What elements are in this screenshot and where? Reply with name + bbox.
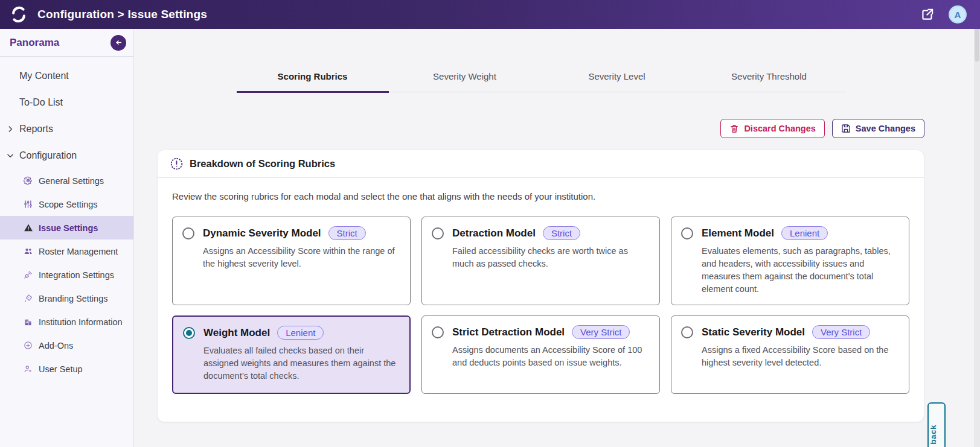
radio-button-selected[interactable] bbox=[183, 327, 195, 339]
discard-changes-button[interactable]: Discard Changes bbox=[720, 119, 824, 138]
radio-button[interactable] bbox=[432, 227, 444, 239]
panel-title: Breakdown of Scoring Rubrics bbox=[190, 158, 335, 170]
model-description: Assigns an Accessibility Score within th… bbox=[203, 245, 400, 270]
sidebar-item-label: Scope Settings bbox=[39, 200, 98, 209]
sidebar-item-general-settings[interactable]: General Settings bbox=[0, 169, 133, 192]
sidebar-item-branding-settings[interactable]: Branding Settings bbox=[0, 287, 133, 310]
radio-button[interactable] bbox=[681, 326, 693, 338]
save-changes-button[interactable]: Save Changes bbox=[832, 119, 924, 138]
sidebar-item-integration-settings[interactable]: Integration Settings bbox=[0, 263, 133, 287]
save-changes-label: Save Changes bbox=[856, 124, 915, 133]
model-card-dynamic-severity[interactable]: Dynamic Severity Model Strict Assigns an… bbox=[172, 217, 411, 305]
chevron-right-icon bbox=[6, 125, 14, 133]
model-description: Assigns a fixed Accessibility Score base… bbox=[702, 344, 899, 369]
user-gear-icon bbox=[23, 364, 33, 373]
sidebar-item-add-ons[interactable]: Add-Ons bbox=[0, 334, 133, 357]
model-name: Element Model bbox=[702, 227, 774, 239]
model-card-detraction[interactable]: Detraction Model Strict Failed accessibi… bbox=[421, 217, 660, 305]
feedback-tab-label: back bbox=[929, 425, 938, 445]
strictness-badge: Strict bbox=[328, 226, 366, 240]
sidebar-item-label: General Settings bbox=[39, 176, 104, 186]
user-avatar[interactable]: A bbox=[949, 5, 967, 24]
sidebar-collapse-button[interactable] bbox=[110, 35, 126, 51]
sidebar-item-label: Configuration bbox=[19, 150, 77, 161]
users-icon bbox=[23, 247, 33, 256]
model-description: Failed accessibility checks are worth tw… bbox=[452, 245, 650, 270]
sidebar-item-label: My Content bbox=[19, 71, 69, 81]
sliders-icon bbox=[23, 200, 33, 209]
sidebar-brand: Panorama bbox=[10, 37, 59, 49]
sidebar: Panorama My Content To-Do List Reports C… bbox=[0, 29, 134, 447]
warning-triangle-icon bbox=[23, 223, 33, 232]
model-card-weight[interactable]: Weight Model Lenient Evaluates all faile… bbox=[172, 315, 411, 394]
sidebar-item-institution-information[interactable]: Institution Information bbox=[0, 310, 133, 334]
radio-button[interactable] bbox=[681, 227, 693, 239]
model-name: Weight Model bbox=[203, 327, 270, 339]
external-link-icon[interactable] bbox=[920, 7, 935, 22]
strictness-badge: Strict bbox=[543, 226, 580, 240]
building-icon bbox=[23, 317, 33, 326]
model-description: Evaluates elements, such as paragraphs, … bbox=[702, 245, 899, 296]
sidebar-item-label: To-Do List bbox=[19, 97, 63, 108]
sidebar-item-scope-settings[interactable]: Scope Settings bbox=[0, 192, 133, 216]
strictness-badge: Lenient bbox=[781, 226, 828, 240]
sidebar-item-label: Integration Settings bbox=[39, 270, 114, 280]
sidebar-item-label: Branding Settings bbox=[39, 294, 107, 303]
main-content: Scoring Rubrics Severity Weight Severity… bbox=[135, 29, 974, 447]
seal-exclamation-icon bbox=[170, 157, 184, 171]
sidebar-item-label: Issue Settings bbox=[39, 223, 98, 233]
gear-icon bbox=[23, 176, 33, 185]
chevron-down-icon bbox=[6, 151, 14, 160]
sidebar-item-roster-management[interactable]: Roster Management bbox=[0, 239, 133, 263]
sidebar-item-label: Reports bbox=[19, 124, 53, 135]
model-name: Detraction Model bbox=[452, 227, 536, 239]
sidebar-item-user-setup[interactable]: User Setup bbox=[0, 357, 133, 381]
save-icon bbox=[841, 124, 851, 133]
settings-tabs: Scoring Rubrics Severity Weight Severity… bbox=[237, 63, 845, 92]
strictness-badge: Lenient bbox=[277, 326, 324, 340]
action-buttons-row: Discard Changes Save Changes bbox=[157, 119, 924, 138]
panel-description: Review the scoring rubrics for each moda… bbox=[172, 191, 909, 201]
sidebar-item-label: Institution Information bbox=[39, 317, 123, 327]
feedback-tab[interactable]: back bbox=[927, 402, 946, 447]
model-description: Assigns documents an Accessibility Score… bbox=[452, 344, 650, 369]
radio-button[interactable] bbox=[432, 326, 444, 338]
sidebar-item-issue-settings[interactable]: Issue Settings bbox=[0, 216, 133, 239]
sidebar-item-my-content[interactable]: My Content bbox=[0, 63, 133, 89]
scoring-rubrics-panel: Breakdown of Scoring Rubrics Review the … bbox=[157, 150, 924, 422]
model-card-element[interactable]: Element Model Lenient Evaluates elements… bbox=[671, 217, 909, 305]
plus-circle-icon bbox=[23, 341, 33, 350]
tab-severity-level[interactable]: Severity Level bbox=[541, 63, 693, 93]
arrow-left-icon bbox=[115, 39, 123, 46]
sidebar-item-label: User Setup bbox=[39, 364, 83, 374]
tab-severity-weight[interactable]: Severity Weight bbox=[389, 63, 541, 93]
trash-icon bbox=[729, 124, 739, 133]
plug-icon bbox=[23, 270, 33, 279]
model-grid: Dynamic Severity Model Strict Assigns an… bbox=[172, 217, 909, 394]
sidebar-item-label: Add-Ons bbox=[39, 341, 73, 350]
model-name: Strict Detraction Model bbox=[452, 326, 565, 338]
page-title: Configuration > Issue Settings bbox=[37, 8, 207, 21]
strictness-badge: Very Strict bbox=[572, 325, 630, 339]
radio-button[interactable] bbox=[182, 227, 194, 239]
top-header: Configuration > Issue Settings A bbox=[0, 0, 980, 29]
panorama-logo-icon bbox=[8, 4, 29, 25]
model-name: Dynamic Severity Model bbox=[203, 227, 321, 239]
model-card-static-severity[interactable]: Static Severity Model Very Strict Assign… bbox=[671, 315, 909, 394]
brand-tag-icon bbox=[23, 294, 33, 303]
sidebar-item-todo-list[interactable]: To-Do List bbox=[0, 89, 133, 116]
strictness-badge: Very Strict bbox=[812, 325, 870, 339]
sidebar-item-label: Roster Management bbox=[39, 247, 118, 256]
sidebar-item-reports[interactable]: Reports bbox=[0, 116, 133, 142]
tab-scoring-rubrics[interactable]: Scoring Rubrics bbox=[237, 63, 389, 93]
model-description: Evaluates all failed checks based on the… bbox=[203, 344, 400, 382]
scrollbar-track[interactable] bbox=[974, 29, 980, 447]
model-card-strict-detraction[interactable]: Strict Detraction Model Very Strict Assi… bbox=[421, 315, 660, 394]
model-name: Static Severity Model bbox=[702, 326, 805, 338]
tab-severity-threshold[interactable]: Severity Threshold bbox=[693, 63, 845, 93]
sidebar-item-configuration[interactable]: Configuration bbox=[0, 142, 133, 169]
discard-changes-label: Discard Changes bbox=[744, 124, 815, 133]
